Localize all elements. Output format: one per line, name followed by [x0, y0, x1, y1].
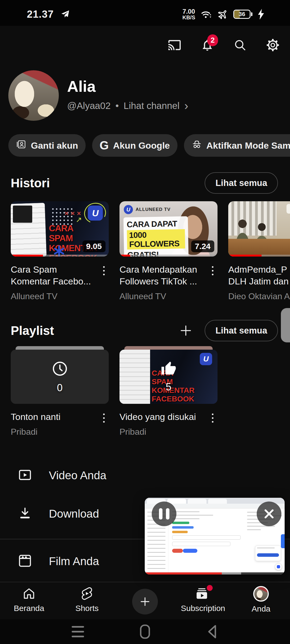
playlist-name[interactable]: Tonton nanti — [11, 411, 99, 423]
watch-progress — [11, 255, 109, 257]
video-channel: Dieo Oktavian Ari — [228, 291, 290, 301]
back-button[interactable] — [206, 624, 219, 640]
network-speed: 7.00 KB/S — [182, 8, 195, 20]
playlist-title: Playlist — [11, 323, 178, 338]
duration-badge: 9.05 — [82, 240, 106, 252]
watch-progress — [228, 255, 290, 257]
duration-badge: 7.24 — [191, 240, 214, 252]
playlist-stack-strip — [124, 346, 213, 350]
shorts-icon — [80, 586, 94, 601]
playlist-card-liked-videos[interactable]: CARA SPAM KOMENTAR FACEBOOK U 5 Video ya… — [119, 346, 218, 437]
pip-progress-bar — [145, 572, 285, 575]
nav-subscriptions[interactable]: Subscription — [174, 582, 232, 619]
playlist-thumbnail[interactable]: 0 — [11, 350, 109, 404]
clapperboard-icon — [18, 554, 32, 569]
pip-chat-widget — [255, 546, 281, 561]
history-video-card[interactable]: ××× ↗ U CARA SPAM KOMENTAR FACEBOOK 9.05… — [11, 201, 109, 301]
google-g-icon: G — [100, 140, 109, 151]
profile-avatar[interactable] — [8, 70, 59, 121]
nav-shorts[interactable]: Shorts — [58, 582, 116, 619]
history-title: Histori — [11, 176, 205, 190]
playlist-card-watch-later[interactable]: 0 Tonton nanti Pribadi — [11, 346, 109, 437]
history-video-row: ××× ↗ U CARA SPAM KOMENTAR FACEBOOK 9.05… — [11, 201, 290, 301]
playlist-count: 5 — [166, 381, 171, 393]
channel-logo: U ALLUNEED TV — [124, 205, 171, 214]
charging-bolt-icon — [257, 9, 265, 20]
playlist-privacy: Pribadi — [119, 427, 208, 437]
search-button[interactable] — [233, 38, 248, 53]
view-channel-link[interactable]: Lihat channel — [124, 100, 179, 111]
create-plus-icon[interactable] — [132, 589, 158, 614]
wifi-icon — [200, 9, 212, 20]
scrollbar-thumb[interactable] — [281, 308, 290, 342]
menu-item-your-videos[interactable]: Video Anda — [0, 459, 290, 492]
playlist-menu-kebab[interactable] — [208, 411, 218, 437]
chevron-right-icon: › — [184, 100, 189, 112]
account-action-chips: Ganti akun G Akun Google Aktifkan Mode S… — [8, 134, 290, 157]
dot-separator: • — [115, 100, 119, 111]
nav-home[interactable]: Beranda — [0, 582, 58, 619]
playlist-row: 0 Tonton nanti Pribadi CARA SPAM KOMENTA… — [11, 346, 218, 437]
cast-button[interactable] — [167, 38, 182, 53]
subscriptions-new-dot — [207, 585, 213, 591]
airplane-mode-icon — [217, 9, 229, 20]
playlist-privacy: Pribadi — [11, 427, 99, 437]
home-button[interactable] — [138, 624, 152, 640]
top-app-bar: 2 — [0, 26, 290, 64]
clock-icon — [51, 360, 68, 378]
playlist-see-all-button[interactable]: Lihat semua — [205, 320, 278, 341]
video-thumbnail[interactable] — [228, 201, 290, 257]
meeting-table-art — [228, 239, 290, 257]
video-title[interactable]: Cara Spam Komentar Facebo... — [11, 264, 99, 287]
playlist-count: 0 — [57, 382, 63, 394]
you-avatar — [253, 586, 269, 602]
thumbs-up-icon — [161, 361, 176, 378]
playlist-name[interactable]: Video yang disukai — [119, 411, 208, 423]
home-icon — [22, 586, 36, 601]
video-channel: Alluneed TV — [11, 291, 99, 301]
video-channel: Alluneed TV — [119, 291, 208, 301]
playlist-stack-strip — [16, 346, 104, 350]
channel-logo: U — [88, 206, 103, 221]
video-title[interactable]: Cara Mendapatkan Followers TikTok ... — [119, 264, 208, 287]
history-video-card[interactable]: U ALLUNEED TV CARA DAPAT 1000 FOLLOWERS … — [119, 201, 218, 301]
history-see-all-button[interactable]: Lihat semua — [205, 172, 278, 194]
video-menu-kebab[interactable] — [99, 264, 109, 301]
pip-pause-button[interactable] — [152, 502, 176, 526]
google-account-chip[interactable]: G Akun Google — [92, 134, 177, 157]
profile-name: Alia — [67, 77, 96, 95]
nav-you[interactable]: Anda — [232, 582, 290, 619]
android-navigation-bar — [0, 619, 290, 644]
playlist-header: Playlist Lihat semua — [11, 320, 278, 341]
notification-badge: 2 — [207, 34, 218, 46]
profile-handle-row[interactable]: @Alyaa02 • Lihat channel › — [67, 100, 188, 112]
profile-handle: @Alyaa02 — [67, 100, 111, 111]
recents-button[interactable] — [71, 624, 85, 640]
subscriptions-icon — [196, 586, 210, 601]
playlist-menu-kebab[interactable] — [99, 411, 109, 437]
playlist-thumbnail[interactable]: CARA SPAM KOMENTAR FACEBOOK U 5 — [119, 350, 218, 404]
create-playlist-button[interactable] — [178, 323, 194, 339]
pip-close-button[interactable] — [257, 502, 281, 526]
your-videos-icon — [18, 468, 32, 483]
video-thumbnail[interactable]: U ALLUNEED TV CARA DAPAT 1000 FOLLOWERS … — [119, 201, 218, 257]
notifications-button[interactable]: 2 — [200, 38, 215, 53]
battery-icon: 36 — [233, 10, 252, 19]
video-menu-kebab[interactable] — [208, 264, 218, 301]
settings-button[interactable] — [265, 38, 280, 53]
history-video-card[interactable]: AdmPemda_P DLH Jatim dan Dieo Oktavian A… — [228, 201, 290, 301]
switch-account-chip[interactable]: Ganti akun — [8, 134, 86, 157]
switch-account-icon — [16, 139, 27, 152]
watch-progress — [119, 255, 218, 257]
pip-player-window[interactable] — [145, 498, 285, 575]
incognito-mode-chip[interactable]: Aktifkan Mode Samaran — [184, 134, 290, 157]
youtube-you-tab-screen: 21.37 7.00 KB/S 36 — [0, 0, 290, 644]
video-title[interactable]: AdmPemda_P DLH Jatim dan — [228, 264, 290, 287]
bottom-navigation: Beranda Shorts Subscription Anda — [0, 582, 290, 619]
status-bar: 21.37 7.00 KB/S 36 — [0, 0, 290, 26]
clock: 21.37 — [27, 9, 54, 20]
nav-create[interactable] — [116, 582, 174, 619]
download-icon — [18, 506, 32, 522]
video-thumbnail[interactable]: ××× ↗ U CARA SPAM KOMENTAR FACEBOOK 9.05 — [11, 201, 109, 257]
telegram-icon — [60, 9, 70, 19]
